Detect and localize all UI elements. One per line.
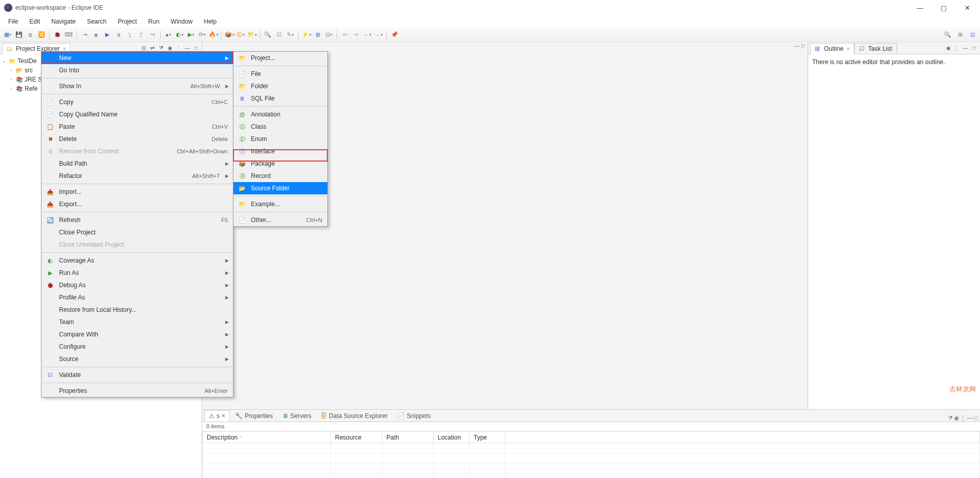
minimize-view-icon[interactable]: ― [184,45,191,51]
tab-servers[interactable]: 🖥Servers [278,410,316,422]
step-icon[interactable]: ⤴ [136,30,146,39]
menu-file[interactable]: File [3,16,23,27]
tab-data-source-explorer[interactable]: 🗄Data Source Explorer [317,410,392,422]
open-perspective-icon[interactable]: ⊞ [955,30,965,39]
close-tab-icon[interactable]: × [63,46,66,52]
filter-icon[interactable]: ⧩ [948,414,953,422]
menu-item-refactor[interactable]: Refactor Alt+Shift+T ▶ [42,170,233,182]
nav-fwd-icon[interactable]: → [374,30,383,39]
column-location[interactable]: Location [434,432,469,443]
submenu-item-folder[interactable]: 📁 Folder [233,80,327,92]
menu-item-debug-as[interactable]: 🐞 Debug As ▶ [42,279,233,291]
view-menu-icon[interactable]: ⋮ [175,45,182,51]
submenu-item-project[interactable]: 📁 Project... [233,52,327,64]
minimize-icon[interactable]: ― [794,43,799,52]
maximize-view-icon[interactable]: □ [974,414,978,422]
coverage-icon[interactable]: ◐ [175,30,184,39]
close-tab-icon[interactable]: × [222,412,225,420]
menu-item-run-as[interactable]: ▶ Run As ▶ [42,267,233,279]
focus-icon[interactable]: ◉ [945,45,952,51]
skip-icon[interactable]: ⇥ [80,30,89,39]
focus-icon[interactable]: ◉ [954,414,959,422]
step-icon[interactable]: ↪ [148,30,157,39]
table-row[interactable] [203,453,980,464]
column-resource[interactable]: Resource [331,432,382,443]
search-icon[interactable]: 🔍 [263,30,272,39]
menu-item-validate[interactable]: ☑ Validate [42,369,233,381]
new-package-icon[interactable]: 📦 [225,30,234,39]
submenu-item-class[interactable]: Ⓒ Class [233,121,327,133]
markers-table[interactable]: Description Resource Path Location Type [202,431,980,478]
annotate-icon[interactable]: ✎ [286,30,295,39]
stop-icon[interactable]: ■ [91,30,101,39]
menu-project[interactable]: Project [112,16,142,27]
filter-icon[interactable]: ⧩ [158,45,165,51]
view-menu-icon[interactable]: ⋮ [960,414,966,422]
save-all-icon[interactable]: 🗎 [26,30,35,39]
menu-item-new[interactable]: New ▶ [42,52,233,64]
menu-item-coverage-as[interactable]: ◐ Coverage As ▶ [42,254,233,267]
submenu-item-sql-file[interactable]: 🗎 SQL File [233,92,327,105]
back-icon[interactable]: ⇦ [340,30,349,39]
menu-item-close-project[interactable]: Close Project [42,226,233,238]
switch-icon[interactable]: 🔀 [37,30,46,39]
task-icon[interactable]: ☑ [275,30,284,39]
terminal-icon[interactable]: ⌨ [64,30,73,39]
save-icon[interactable]: 💾 [14,30,24,39]
menu-item-restore-history[interactable]: Restore from Local History... [42,304,233,316]
forward-icon[interactable]: ⇨ [351,30,361,39]
minimize-button[interactable]: — [913,4,927,12]
menu-item-export[interactable]: 📤 Export... [42,198,233,210]
run-icon[interactable]: ● [164,30,173,39]
submenu-item-record[interactable]: Ⓡ Record [233,170,327,182]
submenu-item-file[interactable]: 📄 File [233,68,327,80]
run-icon[interactable]: ▶ [186,30,195,39]
new-folder-icon[interactable]: 📁 [247,30,257,39]
menu-item-paste[interactable]: 📋 Paste Ctrl+V [42,121,233,133]
submenu-item-interface[interactable]: Ⓘ Interface [233,145,327,157]
column-description[interactable]: Description [203,432,331,443]
new-icon[interactable]: ▦ [3,30,12,39]
maximize-view-icon[interactable]: □ [192,45,200,51]
step-icon[interactable]: ⤵ [125,30,134,39]
focus-icon[interactable]: ◉ [166,45,173,51]
run-last-icon[interactable]: ⟳ [198,30,207,39]
menu-item-configure[interactable]: Configure ▶ [42,341,233,353]
submenu-item-enum[interactable]: Ⓔ Enum [233,133,327,145]
menu-item-go-into[interactable]: Go Into [42,64,233,76]
tasklist-tab[interactable]: ☑ Task List [854,43,897,54]
resume-icon[interactable]: ▶ [103,30,112,39]
debug-icon[interactable]: 🐞 [53,30,62,39]
menu-item-build-path[interactable]: Build Path ▶ [42,157,233,170]
close-tab-icon[interactable]: × [847,46,850,52]
menu-edit[interactable]: Edit [24,16,45,27]
table-row[interactable] [203,474,980,479]
menu-run[interactable]: Run [143,16,165,27]
table-row[interactable] [203,443,980,453]
minimize-view-icon[interactable]: ― [967,414,973,422]
expand-toggle-icon[interactable]: › [8,86,14,91]
nav-back-icon[interactable]: ← [363,30,372,39]
submenu-item-example[interactable]: 📁 Example... [233,198,327,210]
maximize-view-icon[interactable]: □ [971,45,978,51]
perspective-icon[interactable]: ⊡ [324,30,334,39]
menu-help[interactable]: Help [199,16,222,27]
menu-item-copy-qualified-name[interactable]: 📄 Copy Qualified Name [42,108,233,121]
link-editor-icon[interactable]: ⇄ [149,45,156,51]
menu-search[interactable]: Search [82,16,111,27]
collapse-all-icon[interactable]: ⊟ [140,45,147,51]
submenu-item-other[interactable]: 📄 Other... Ctrl+N [233,214,327,226]
menu-item-team[interactable]: Team ▶ [42,316,233,328]
menu-item-properties[interactable]: Properties Alt+Enter [42,385,233,397]
submenu-item-source-folder[interactable]: 📂 Source Folder [233,182,327,194]
column-path[interactable]: Path [382,432,434,443]
menu-navigate[interactable]: Navigate [46,16,81,27]
view-menu-icon[interactable]: ⋮ [953,45,961,51]
new-class-icon[interactable]: Ⓒ [236,30,245,39]
maximize-button[interactable]: ▢ [937,4,950,12]
submenu-item-package[interactable]: 📦 Package [233,157,327,170]
menu-item-source[interactable]: Source ▶ [42,353,233,365]
suspend-icon[interactable]: ⏸ [114,30,123,39]
open-task-icon[interactable]: ⊞ [313,30,322,39]
expand-toggle-icon[interactable]: › [8,68,14,73]
